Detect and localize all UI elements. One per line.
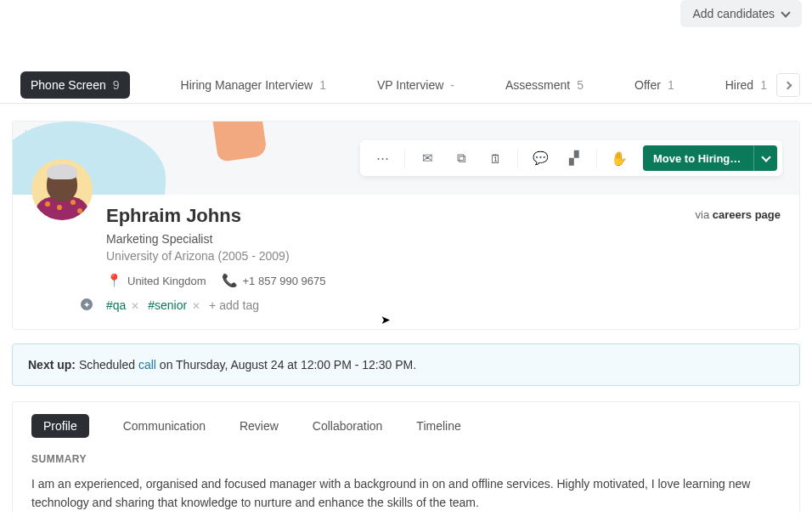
stage-label: Phone Screen [31, 78, 106, 92]
stage-hired[interactable]: Hired 1 [725, 78, 767, 92]
separator [404, 149, 405, 167]
share-button[interactable]: ⧉ [444, 140, 478, 176]
source-via: via careers page [696, 208, 781, 221]
tab-communication[interactable]: Communication [123, 414, 206, 438]
move-to-stage-dropdown[interactable] [753, 145, 777, 171]
next-up-label: Next up: [28, 358, 76, 372]
tags-row: #qa ✕ #senior ✕ + add tag [106, 298, 781, 312]
candidate-name: Ephraim Johns [106, 205, 781, 227]
chat-icon: 💬 [533, 150, 549, 166]
add-candidates-label: Add candidates [692, 7, 775, 20]
separator [517, 149, 518, 167]
pipeline-scroll-next-button[interactable] [776, 73, 800, 97]
comment-button[interactable]: 💬 [523, 140, 557, 176]
pipeline-bar: Phone Screen 9 Hiring Manager Interview … [0, 66, 812, 104]
summary-heading: SUMMARY [31, 453, 781, 465]
tag-text: #qa [106, 298, 126, 312]
tag-qa[interactable]: #qa ✕ [106, 298, 139, 312]
summary-text: I am an experienced, organised and focus… [31, 475, 781, 512]
stage-label: Hiring Manager Interview [181, 78, 313, 92]
tag-text: #senior [148, 298, 187, 312]
remove-tag-icon[interactable]: ✕ [131, 300, 139, 312]
phone-text: +1 857 990 9675 [243, 275, 326, 287]
stage-vp-interview[interactable]: VP Interview - [377, 78, 454, 92]
stage-count: - [450, 78, 454, 92]
stage-label: VP Interview [377, 78, 443, 92]
tab-profile[interactable]: Profile [31, 414, 89, 438]
candidate-card: · · · · · ·· · · · · ·· · · · · ·· · · ·… [12, 121, 800, 330]
avatar-container: ✦ [31, 159, 93, 312]
calendar-icon: 🗓 [489, 151, 502, 166]
add-tag-button[interactable]: + add tag [209, 298, 259, 312]
share-icon: ⧉ [457, 150, 466, 166]
ellipsis-icon: ⋯ [376, 150, 389, 166]
move-to-stage-label: Move to Hiring Mana… [643, 152, 753, 165]
decorative-blob [211, 122, 268, 162]
hand-stop-icon: ✋ [611, 150, 628, 167]
envelope-icon: ✉ [422, 150, 433, 166]
plus-icon: + [209, 298, 216, 312]
stage-label: Hired [725, 78, 753, 92]
avatar[interactable] [31, 159, 93, 220]
phone-icon: 📞 [222, 273, 238, 288]
profile-tabs: Profile Communication Review Collaborati… [31, 414, 781, 438]
candidate-phone: 📞 +1 857 990 9675 [222, 273, 326, 288]
via-prefix: via [696, 208, 713, 221]
candidate-title: Marketing Specialist [106, 232, 781, 246]
candidate-education: University of Arizona (2005 - 2009) [106, 249, 781, 263]
chevron-down-icon [762, 154, 770, 162]
stage-label: Offer [634, 78, 661, 92]
candidate-toolbar: ⋯ ✉ ⧉ 🗓 💬 ▞ ✋ Move to Hiring Mana… [360, 140, 782, 176]
move-to-stage-button[interactable]: Move to Hiring Mana… [643, 145, 777, 171]
stage-label: Assessment [505, 78, 570, 92]
tab-review[interactable]: Review [240, 414, 279, 438]
via-source: careers page [713, 208, 781, 221]
tag-senior[interactable]: #senior ✕ [148, 298, 200, 312]
scheduled-call-link[interactable]: call [138, 358, 156, 372]
stage-phone-screen[interactable]: Phone Screen 9 [20, 71, 130, 99]
stage-hiring-manager-interview[interactable]: Hiring Manager Interview 1 [181, 78, 326, 92]
chevron-down-icon [781, 9, 790, 18]
stage-offer[interactable]: Offer 1 [634, 78, 674, 92]
disqualify-button[interactable]: ✋ [602, 140, 636, 176]
stage-count: 1 [668, 78, 674, 92]
location-pin-icon: 📍 [106, 273, 122, 288]
next-up-text-after: on Thursday, August 24 at 12:00 PM - 12:… [156, 358, 416, 372]
stage-assessment[interactable]: Assessment 5 [505, 78, 584, 92]
stage-count: 9 [113, 78, 120, 92]
profile-panel: Profile Communication Review Collaborati… [12, 401, 800, 512]
add-tag-label: add tag [219, 298, 259, 312]
candidate-location: 📍 United Kingdom [106, 273, 206, 288]
next-up-text-before: Scheduled [76, 358, 138, 372]
separator [596, 149, 597, 167]
banner: · · · · · ·· · · · · ·· · · · · ·· · · ·… [13, 122, 799, 195]
location-text: United Kingdom [127, 275, 206, 287]
chevron-right-icon [785, 82, 792, 88]
remove-tag-icon[interactable]: ✕ [192, 300, 200, 312]
next-up-notice: Next up: Scheduled call on Thursday, Aug… [12, 343, 800, 386]
steps-icon: ▞ [569, 150, 579, 166]
stage-count: 1 [319, 78, 326, 92]
stage-count: 1 [760, 78, 767, 92]
tab-timeline[interactable]: Timeline [416, 414, 460, 438]
move-stage-icon-button[interactable]: ▞ [557, 140, 591, 176]
stage-count: 5 [577, 78, 584, 92]
tab-collaboration[interactable]: Collaboration [313, 414, 383, 438]
send-email-button[interactable]: ✉ [410, 140, 444, 176]
add-candidates-button[interactable]: Add candidates [680, 0, 802, 27]
more-actions-button[interactable]: ⋯ [365, 140, 399, 176]
source-badge-icon: ✦ [79, 297, 94, 312]
schedule-button[interactable]: 🗓 [478, 140, 512, 176]
